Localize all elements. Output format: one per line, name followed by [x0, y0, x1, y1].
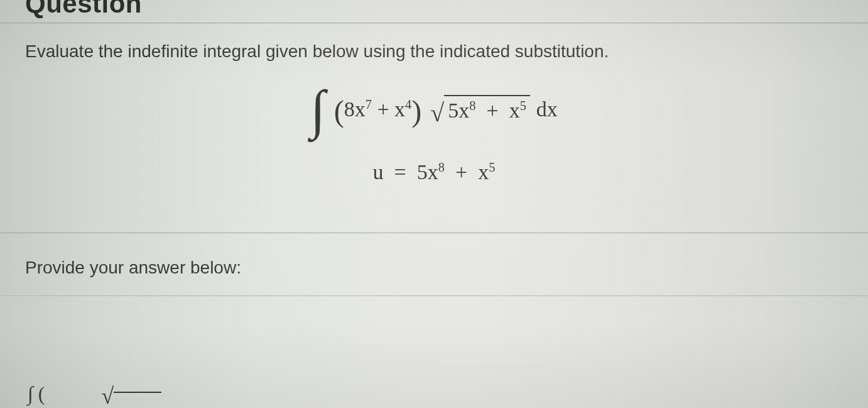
radical-icon: √	[101, 387, 114, 405]
question-prompt: Evaluate the indefinite integral given b…	[25, 41, 609, 62]
integral-sign-icon: ∫	[310, 88, 325, 131]
integral-expression: ∫ ( 8x7 + x4 ) √ 5x8 + x5 dx	[310, 88, 558, 131]
radicand: 5x8 + x5	[444, 95, 530, 124]
dx: dx	[536, 97, 558, 121]
divider-mid	[0, 233, 868, 233]
question-heading: Question	[25, 0, 142, 19]
radical-icon: √	[430, 102, 444, 124]
square-root: √ 5x8 + x5	[430, 95, 530, 124]
substitution-line: u = 5x8 + x5	[0, 160, 868, 184]
answer-radical-fragment: √	[101, 387, 161, 405]
integrand-term-1: 8x7	[344, 97, 372, 121]
divider-answer	[0, 295, 868, 296]
open-paren: (	[334, 94, 344, 128]
plus-1: +	[372, 97, 394, 121]
close-paren: )	[411, 94, 421, 128]
math-display: ∫ ( 8x7 + x4 ) √ 5x8 + x5 dx u =	[0, 88, 868, 184]
integrand-term-2: x4	[394, 97, 411, 121]
answer-preview-row: ∫ ( √	[28, 382, 161, 405]
divider-top	[0, 23, 868, 23]
answer-prompt: Provide your answer below:	[25, 258, 241, 278]
radicand-box	[114, 392, 161, 405]
answer-integral-fragment: ∫ (	[28, 382, 45, 405]
